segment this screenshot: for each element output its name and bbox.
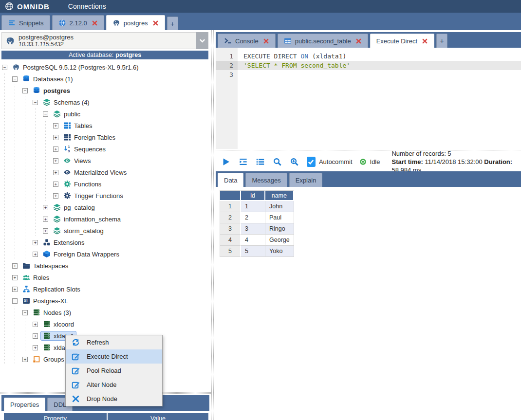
context-menu-item-drop-node[interactable]: Drop Node	[66, 392, 162, 406]
tree-node-roles[interactable]: +Roles	[0, 272, 211, 283]
collapse-toggle-icon[interactable]: −	[12, 298, 18, 304]
data-cell[interactable]: 2	[241, 212, 265, 223]
main-add-tab[interactable]: +	[167, 17, 178, 30]
data-cell[interactable]: Ringo	[265, 223, 294, 235]
data-cell[interactable]: 1	[241, 201, 265, 212]
expand-toggle-icon[interactable]: +	[53, 123, 58, 128]
expand-toggle-icon[interactable]: +	[43, 217, 48, 222]
expand-toggle-icon[interactable]: +	[53, 146, 58, 152]
tree-node-postgres[interactable]: −postgres	[0, 85, 211, 96]
tree-node-extensions[interactable]: +Extensions	[0, 237, 211, 248]
tree-node-postgres-xl[interactable]: −XLPostgres-XL	[0, 295, 211, 307]
main-tab-2-12-0[interactable]: 2.12.0	[52, 15, 104, 30]
props-tab-properties[interactable]: Properties	[4, 398, 45, 411]
close-icon[interactable]	[355, 38, 362, 44]
tree-node-materialized-views[interactable]: +Materialized Views	[0, 166, 211, 178]
expand-toggle-icon[interactable]: +	[33, 322, 38, 327]
expand-toggle-icon[interactable]: +	[53, 158, 58, 164]
expand-toggle-icon[interactable]: +	[53, 193, 58, 199]
expand-toggle-icon[interactable]: +	[33, 345, 38, 350]
tree-node-storm-catalog[interactable]: +storm_catalog	[0, 225, 211, 237]
close-icon[interactable]	[422, 38, 428, 44]
tree-node-views[interactable]: +Views	[0, 155, 211, 166]
editor-line-3[interactable]: 3	[216, 70, 521, 79]
tree-node-information-schema[interactable]: +information_schema	[0, 213, 211, 225]
data-cell[interactable]: George	[265, 235, 294, 246]
expand-toggle-icon[interactable]: +	[33, 333, 38, 339]
workspace-add-tab[interactable]: +	[436, 34, 447, 48]
collapse-toggle-icon[interactable]: −	[2, 65, 7, 70]
collapse-toggle-icon[interactable]: −	[22, 88, 28, 93]
explain-zoom-button[interactable]	[290, 157, 299, 166]
expand-toggle-icon[interactable]: +	[12, 275, 18, 280]
row-number-cell[interactable]: 3	[220, 223, 241, 235]
context-menu-item-refresh[interactable]: Refresh	[66, 335, 162, 349]
command-history-button[interactable]	[256, 157, 265, 166]
close-icon[interactable]	[152, 20, 159, 26]
tree-node-trigger-functions[interactable]: +Trigger Functions	[0, 190, 211, 201]
data-cell[interactable]: Yoko	[265, 246, 294, 257]
context-menu-item-alter-node[interactable]: Alter Node	[66, 378, 162, 392]
tree-node-foreign-data-wrappers[interactable]: +Foreign Data Wrappers	[0, 248, 211, 260]
row-number-cell[interactable]: 1	[220, 201, 241, 212]
data-cell[interactable]: 3	[241, 223, 265, 235]
tree-node-tables[interactable]: +Tables	[0, 120, 211, 131]
data-cell[interactable]: 5	[241, 246, 265, 257]
editor-line-2[interactable]: 2'SELECT * FROM second_table'	[216, 61, 521, 70]
column-header-id[interactable]: id	[241, 190, 265, 201]
expand-toggle-icon[interactable]: +	[33, 240, 38, 245]
expand-toggle-icon[interactable]: +	[53, 135, 58, 140]
main-tab-snippets[interactable]: Snippets	[1, 15, 50, 30]
tree-node-xlcoord[interactable]: +xlcoord	[0, 318, 211, 330]
data-cell[interactable]: John	[265, 201, 294, 212]
tree-node-databases-1-[interactable]: −Databases (1)	[0, 73, 211, 85]
expand-toggle-icon[interactable]: +	[43, 205, 48, 210]
context-menu-item-execute-direct[interactable]: Execute Direct	[66, 349, 162, 364]
main-tab-postgres[interactable]: postgres	[106, 15, 165, 30]
result-tab-explain[interactable]: Explain	[289, 173, 323, 187]
row-number-cell[interactable]: 4	[220, 235, 241, 246]
workspace-tab-console[interactable]: Console	[218, 34, 276, 48]
expand-toggle-icon[interactable]: +	[33, 252, 38, 257]
expand-toggle-icon[interactable]: +	[53, 170, 58, 175]
tree-node-pg-catalog[interactable]: +pg_catalog	[0, 201, 211, 213]
tree-node-nodes-3-[interactable]: −Nodes (3)	[0, 307, 211, 318]
collapse-toggle-icon[interactable]: −	[33, 100, 38, 105]
expand-toggle-icon[interactable]: +	[22, 357, 28, 362]
column-header-name[interactable]: name	[265, 190, 294, 201]
tree-node-schemas-4-[interactable]: −Schemas (4)	[0, 96, 211, 108]
expand-toggle-icon[interactable]: +	[12, 287, 18, 292]
vertical-splitter[interactable]	[211, 30, 214, 420]
result-tab-data[interactable]: Data	[218, 173, 243, 187]
menu-connections[interactable]: Connections	[68, 2, 106, 10]
data-cell[interactable]: 4	[241, 235, 265, 246]
collapse-toggle-icon[interactable]: −	[12, 76, 18, 82]
connection-dropdown-button[interactable]	[196, 32, 208, 49]
collapse-toggle-icon[interactable]: −	[22, 310, 28, 315]
row-number-cell[interactable]: 2	[220, 212, 241, 223]
autocommit-checkbox[interactable]	[307, 157, 316, 167]
run-query-button[interactable]	[222, 157, 231, 166]
collapse-toggle-icon[interactable]: −	[43, 111, 48, 117]
tree-node-functions[interactable]: +Functions	[0, 178, 211, 190]
data-cell[interactable]: Paul	[265, 212, 294, 223]
tree-node-foreign-tables[interactable]: +Foreign Tables	[0, 131, 211, 143]
find-button[interactable]	[273, 157, 282, 166]
tree-node-tablespaces[interactable]: +Tablespaces	[0, 260, 211, 272]
editor-line-1[interactable]: 1EXECUTE DIRECT ON (xldata1)	[216, 52, 521, 61]
workspace-tab-public-second-table[interactable]: public.second_table	[278, 34, 368, 48]
expand-toggle-icon[interactable]: +	[43, 228, 48, 234]
context-menu-item-pool-reload[interactable]: Pool Reload	[66, 364, 162, 378]
row-number-cell[interactable]: 5	[220, 246, 241, 257]
expand-toggle-icon[interactable]: +	[53, 182, 58, 187]
sql-editor[interactable]: 1EXECUTE DIRECT ON (xldata1)2'SELECT * F…	[216, 48, 521, 149]
connection-selector[interactable]: postgres@postgres 10.33.1.115:5432	[1, 32, 196, 49]
tree-node-sequences[interactable]: +19Sequences	[0, 143, 211, 155]
workspace-tab-execute-direct[interactable]: Execute Direct	[370, 34, 435, 48]
tree-node-public[interactable]: −public	[0, 108, 211, 120]
indent-sql-button[interactable]	[239, 157, 248, 166]
expand-toggle-icon[interactable]: +	[12, 263, 18, 269]
close-icon[interactable]	[92, 20, 98, 26]
result-tab-messages[interactable]: Messages	[245, 173, 287, 187]
tree-node-replication-slots[interactable]: +Replication Slots	[0, 283, 211, 295]
